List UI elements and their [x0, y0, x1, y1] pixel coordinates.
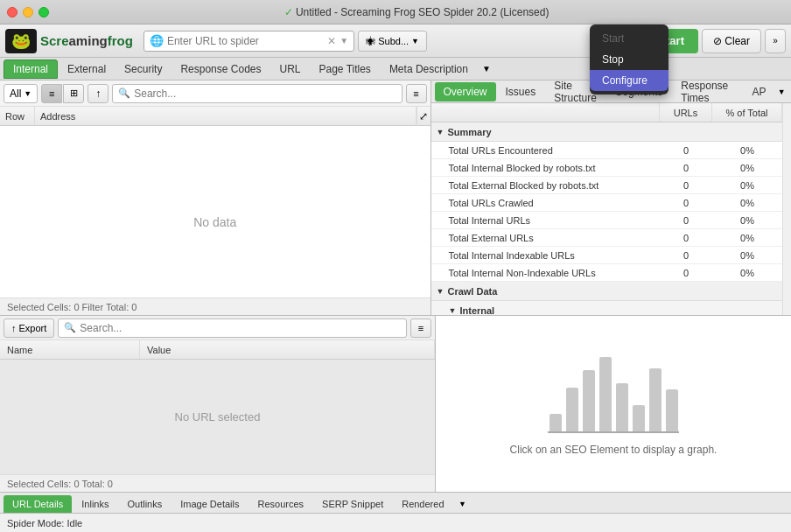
summary-section-header[interactable]: ▼ Summary [431, 122, 791, 142]
row-internal-urls[interactable]: Total Internal URLs 0 0% [431, 212, 791, 229]
row-total-urls-encountered[interactable]: Total URLs Encountered 0 0% [431, 142, 791, 159]
grid-data: ▼ Summary Total URLs Encountered 0 0% To… [431, 122, 791, 315]
tab-page-titles[interactable]: Page Titles [311, 60, 380, 79]
minimize-button[interactable] [23, 7, 33, 18]
export-button[interactable]: ↑ Export [4, 318, 54, 338]
search-icon: 🔍 [118, 88, 130, 99]
tab-serp-snippet[interactable]: SERP Snippet [313, 495, 392, 513]
col-address[interactable]: Address [35, 107, 416, 125]
tab-security[interactable]: Security [116, 60, 171, 79]
row-internal-blocked[interactable]: Total Internal Blocked by robots.txt 0 0… [431, 159, 791, 177]
tab-issues[interactable]: Issues [497, 82, 545, 102]
chart-bars [550, 353, 678, 431]
tab-ap[interactable]: AP [744, 82, 775, 102]
left-panel: All ▼ ≡ ⊞ ↑ 🔍 ≡ Row [0, 80, 431, 315]
toolbar: 🐸 Screamingfrog 🌐 ✕ ▼ 🕷 Subd... ▼ Start … [0, 24, 791, 58]
row-indexable[interactable]: Total Internal Indexable URLs 0 0% [431, 247, 791, 264]
right-scrollbar[interactable] [782, 103, 791, 315]
table-status-bar: Selected Cells: 0 Filter Total: 0 [0, 298, 430, 315]
gh-pct: % of Total [712, 103, 782, 122]
spider-icon: 🕷 [366, 36, 375, 46]
cell-urls: 0 [660, 212, 712, 228]
cell-name: Total Internal Non-Indexable URLs [431, 264, 660, 281]
clear-url-icon[interactable]: ✕ [327, 35, 336, 47]
url-bar[interactable]: 🌐 ✕ ▼ [144, 31, 354, 52]
clear-icon: ⊘ [713, 35, 722, 47]
status-bar: Spider Mode: Idle [0, 513, 791, 532]
cell-name: Total Internal Blocked by robots.txt [431, 159, 660, 176]
maximize-button[interactable] [38, 7, 49, 18]
url-input[interactable] [167, 35, 324, 47]
cell-name: Total Internal URLs [431, 212, 660, 228]
bar-5 [616, 383, 628, 431]
subdomain-button[interactable]: 🕷 Subd... ▼ [358, 31, 427, 52]
row-non-indexable[interactable]: Total Internal Non-Indexable URLs 0 0% [431, 264, 791, 282]
tab-inlinks[interactable]: Inlinks [73, 495, 117, 513]
cell-pct: 0% [712, 229, 782, 246]
crawl-data-label: Crawl Data [447, 286, 497, 297]
bottom-filter-button[interactable]: ≡ [410, 318, 431, 338]
bottom-toolbar: ↑ Export 🔍 ≡ [0, 316, 435, 340]
clear-button[interactable]: ⊘ Clear [702, 29, 761, 53]
bottom-status-bar: Selected Cells: 0 Total: 0 [0, 474, 435, 492]
search-input[interactable] [134, 88, 396, 100]
tab-overview[interactable]: Overview [435, 82, 496, 102]
search-box[interactable]: 🔍 [112, 84, 402, 103]
bottom-search-icon: 🔍 [64, 322, 76, 333]
bar-2 [566, 388, 578, 431]
tab-url[interactable]: URL [270, 60, 309, 79]
crawl-data-section-header[interactable]: ▼ Crawl Data [431, 282, 791, 301]
more-button[interactable]: » [765, 29, 786, 53]
list-view-button[interactable]: ≡ [41, 84, 62, 103]
filter-arrow-icon: ▼ [24, 89, 32, 98]
cell-pct: 0% [712, 264, 782, 281]
tab-resources[interactable]: Resources [248, 495, 312, 513]
stop-menu-item[interactable]: Stop [590, 49, 668, 70]
upload-icon: ↑ [11, 323, 17, 333]
start-menu-item[interactable]: Start [590, 28, 668, 49]
tree-view-button[interactable]: ⊞ [63, 84, 84, 103]
tab-rendered[interactable]: Rendered [393, 495, 452, 513]
tab-response-times[interactable]: Response Times [672, 82, 742, 102]
logo: 🐸 Screamingfrog [5, 29, 133, 53]
tab-response-codes[interactable]: Response Codes [172, 60, 270, 79]
tab-internal[interactable]: Internal [4, 60, 58, 79]
row-external-blocked[interactable]: Total External Blocked by robots.txt 0 0… [431, 177, 791, 194]
close-button[interactable] [7, 7, 18, 18]
cell-name: Total External Blocked by robots.txt [431, 177, 660, 193]
filter-dropdown[interactable]: All ▼ [4, 84, 38, 103]
col-row[interactable]: Row [0, 107, 35, 125]
bottom-section: ↑ Export 🔍 ≡ Name Value N [0, 315, 791, 492]
row-urls-crawled[interactable]: Total URLs Crawled 0 0% [431, 194, 791, 212]
internal-subsection-header[interactable]: ▼ Internal [431, 301, 791, 315]
filter-options-button[interactable]: ≡ [406, 84, 427, 103]
dropdown-arrow-icon[interactable]: ▼ [340, 36, 348, 46]
bar-7 [649, 368, 662, 431]
cell-urls: 0 [660, 229, 712, 246]
tab-url-details[interactable]: URL Details [4, 495, 72, 513]
main-tabs-more[interactable]: ▼ [478, 60, 495, 79]
overview-tabs-more[interactable]: ▼ [776, 82, 788, 102]
bar-6 [633, 405, 645, 431]
expand-icon[interactable]: ⤢ [416, 107, 430, 126]
cell-pct: 0% [712, 212, 782, 228]
cell-urls: 0 [660, 264, 712, 281]
cell-urls: 0 [660, 159, 712, 176]
bar-4 [599, 357, 612, 431]
tab-outlinks[interactable]: Outlinks [118, 495, 171, 513]
tab-meta-description[interactable]: Meta Description [381, 60, 477, 79]
crawl-data-arrow-icon: ▼ [437, 287, 444, 296]
bar-8 [666, 389, 678, 431]
bottom-search-box[interactable]: 🔍 [58, 318, 407, 338]
row-external-urls[interactable]: Total External URLs 0 0% [431, 229, 791, 247]
upload-button[interactable]: ↑ [88, 84, 108, 103]
configure-menu-item[interactable]: Configure [590, 70, 668, 91]
bottom-search-input[interactable] [80, 322, 401, 334]
tab-external[interactable]: External [59, 60, 115, 79]
summary-label: Summary [447, 127, 491, 137]
bottom-tabs-more[interactable]: ▼ [454, 495, 472, 513]
cell-name: Total Internal Indexable URLs [431, 247, 660, 263]
more-icon: » [773, 36, 778, 46]
tab-image-details[interactable]: Image Details [172, 495, 248, 513]
right-panel: Overview Issues Site Structure Segments … [431, 80, 791, 315]
